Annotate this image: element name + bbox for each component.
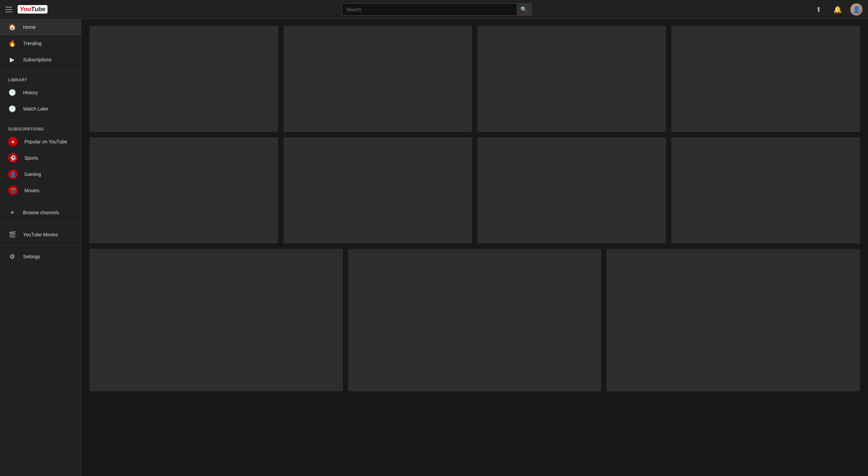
- sidebar-item-sports[interactable]: ⚽ Sports: [0, 150, 81, 166]
- watch-later-icon: 🕐: [8, 105, 16, 113]
- search-button[interactable]: 🔍: [517, 3, 532, 16]
- video-card-1[interactable]: [90, 26, 278, 132]
- browse-channels-icon: +: [8, 209, 16, 217]
- header-right: ⬆ 🔔 👤: [812, 3, 863, 16]
- video-thumbnail-10: [348, 249, 601, 391]
- video-card-2[interactable]: [283, 26, 472, 132]
- movies-icon: 🎬: [8, 186, 18, 195]
- video-thumbnail-2: [283, 26, 472, 132]
- video-grid-bottom: [90, 249, 860, 391]
- library-section-title: LIBRARY: [0, 74, 81, 84]
- sidebar-item-gaming[interactable]: 👤 Gaming: [0, 166, 81, 182]
- sidebar-item-subscriptions[interactable]: ▶ Subscriptions: [0, 52, 81, 68]
- video-thumbnail-6: [283, 137, 472, 243]
- divider-4: [0, 223, 81, 224]
- sidebar-item-history[interactable]: 🕐 History: [0, 84, 81, 101]
- logo[interactable]: YouTube: [18, 5, 47, 14]
- history-label: History: [23, 90, 38, 95]
- settings-label: Settings: [23, 254, 40, 259]
- gaming-label: Gaming: [24, 172, 41, 177]
- subscriptions-icon: ▶: [8, 56, 16, 63]
- video-card-6[interactable]: [283, 137, 472, 243]
- video-card-9[interactable]: [90, 249, 343, 391]
- sidebar-item-home[interactable]: 🏠 Home: [0, 19, 81, 35]
- watch-later-label: Watch Later: [23, 106, 48, 112]
- video-grid-top: [90, 26, 860, 243]
- video-thumbnail-4: [671, 26, 860, 132]
- search-container: 🔍: [342, 3, 532, 16]
- history-icon: 🕐: [8, 89, 16, 96]
- home-icon: 🏠: [8, 23, 16, 31]
- video-thumbnail-8: [671, 137, 860, 243]
- sports-label: Sports: [24, 155, 38, 161]
- video-thumbnail-5: [90, 137, 278, 243]
- sidebar-item-trending[interactable]: 🔥 Trending: [0, 35, 81, 52]
- video-thumbnail-3: [477, 26, 666, 132]
- sidebar-item-youtube-movies[interactable]: 🎬 YouTube Movies: [0, 226, 81, 243]
- video-thumbnail-9: [90, 249, 343, 391]
- video-card-3[interactable]: [477, 26, 666, 132]
- video-thumbnail-11: [607, 249, 860, 391]
- video-card-8[interactable]: [671, 137, 860, 243]
- sidebar-item-watch-later[interactable]: 🕐 Watch Later: [0, 101, 81, 117]
- video-card-5[interactable]: [90, 137, 278, 243]
- video-thumbnail-1: [90, 26, 278, 132]
- subscriptions-label: Subscriptions: [23, 57, 52, 62]
- sidebar-item-popular-on-youtube[interactable]: ★ Popular on YouTube: [0, 134, 81, 150]
- video-card-4[interactable]: [671, 26, 860, 132]
- menu-button[interactable]: [5, 7, 12, 12]
- sports-icon: ⚽: [8, 153, 18, 163]
- search-input[interactable]: [342, 3, 517, 16]
- sidebar-item-settings[interactable]: ⚙ Settings: [0, 249, 81, 265]
- account-button[interactable]: 👤: [850, 3, 863, 16]
- popular-on-youtube-label: Popular on YouTube: [24, 139, 67, 144]
- sidebar: 🏠 Home 🔥 Trending ▶ Subscriptions LIBRAR…: [0, 19, 81, 476]
- subscriptions-section-title: SUBSCRIPTIONS: [0, 123, 81, 134]
- trending-label: Trending: [23, 41, 42, 46]
- upload-icon: ⬆: [816, 5, 822, 14]
- sidebar-item-browse-channels[interactable]: + Browse channels: [0, 204, 81, 221]
- settings-icon: ⚙: [8, 253, 16, 260]
- search-icon: 🔍: [520, 6, 527, 13]
- movies-label: Movies: [24, 188, 39, 193]
- logo-yt: You: [20, 6, 31, 13]
- upload-button[interactable]: ⬆: [812, 3, 825, 16]
- trending-icon: 🔥: [8, 40, 16, 47]
- avatar: 👤: [850, 3, 863, 16]
- divider-1: [0, 71, 81, 71]
- gaming-icon: 👤: [8, 170, 18, 179]
- youtube-movies-label: YouTube Movies: [23, 232, 58, 237]
- home-label: Home: [23, 24, 36, 30]
- browse-channels-label: Browse channels: [23, 210, 59, 215]
- divider-5: [0, 245, 81, 246]
- video-thumbnail-7: [477, 137, 666, 243]
- content-area: [81, 19, 868, 476]
- logo-tube: Tube: [31, 6, 45, 13]
- video-card-7[interactable]: [477, 137, 666, 243]
- divider-2: [0, 120, 81, 120]
- notifications-button[interactable]: 🔔: [831, 3, 844, 16]
- main-layout: 🏠 Home 🔥 Trending ▶ Subscriptions LIBRAR…: [0, 19, 868, 476]
- popular-on-youtube-icon: ★: [8, 137, 18, 146]
- sidebar-item-movies[interactable]: 🎬 Movies: [0, 182, 81, 199]
- youtube-movies-icon: 🎬: [8, 231, 16, 238]
- video-card-10[interactable]: [348, 249, 601, 391]
- header: YouTube 🔍 ⬆ 🔔 👤: [0, 0, 868, 19]
- divider-3: [0, 201, 81, 202]
- video-card-11[interactable]: [607, 249, 860, 391]
- bell-icon: 🔔: [833, 5, 842, 14]
